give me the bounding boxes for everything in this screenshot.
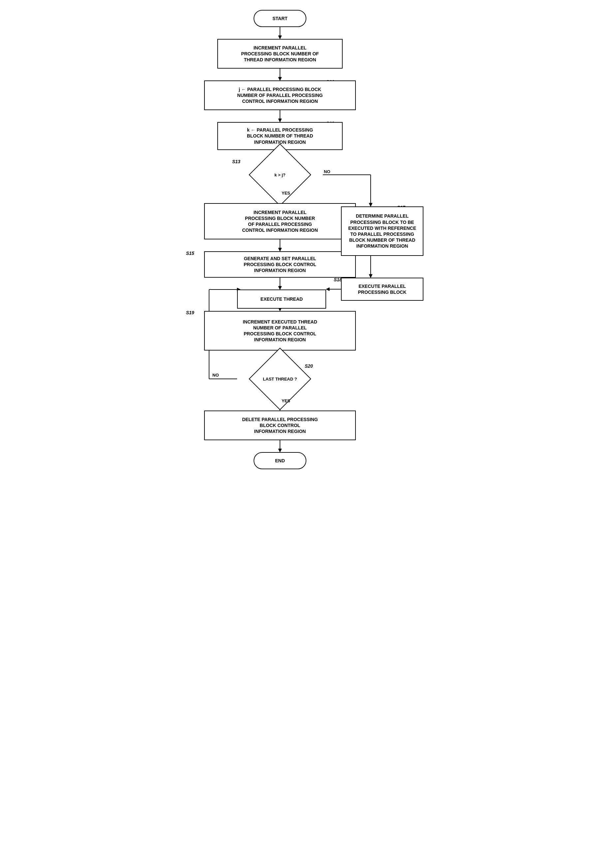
svg-marker-5 bbox=[278, 119, 281, 122]
s15-node: GENERATE AND SET PARALLELPROCESSING BLOC… bbox=[204, 251, 356, 278]
svg-marker-3 bbox=[278, 77, 281, 80]
yes-label-s13: YES bbox=[281, 191, 290, 195]
s16-node: EXECUTE THREAD bbox=[237, 289, 326, 309]
s18-node: EXECUTE PARALLELPROCESSING BLOCK bbox=[341, 278, 424, 301]
s17-node: DETERMINE PARALLELPROCESSING BLOCK TO BE… bbox=[341, 206, 424, 256]
no-label-s13: NO bbox=[324, 169, 330, 174]
svg-marker-32 bbox=[278, 449, 281, 452]
svg-marker-18 bbox=[369, 274, 372, 278]
s21-node: DELETE PARALLEL PROCESSINGBLOCK CONTROLI… bbox=[204, 411, 356, 440]
s14-node: INCREMENT PARALLELPROCESSING BLOCK NUMBE… bbox=[204, 203, 356, 239]
svg-marker-20 bbox=[326, 287, 330, 291]
yes-label-s20: YES bbox=[281, 398, 290, 403]
s13-diamond: k > j? bbox=[253, 158, 306, 191]
s15-label: S15 bbox=[186, 251, 194, 256]
svg-marker-13 bbox=[278, 286, 281, 289]
s11-node: j ← PARALLEL PROCESSING BLOCKNUMBER OF P… bbox=[204, 80, 356, 110]
s20-label: S20 bbox=[305, 363, 313, 369]
s19-node: INCREMENT EXECUTED THREADNUMBER OF PARAL… bbox=[204, 311, 356, 350]
s13-label: S13 bbox=[232, 159, 241, 164]
svg-marker-16 bbox=[369, 203, 372, 206]
no-label-s20: NO bbox=[213, 373, 219, 378]
svg-marker-11 bbox=[278, 248, 281, 251]
s19-label: S19 bbox=[186, 310, 194, 315]
s10-node: INCREMENT PARALLELPROCESSING BLOCK NUMBE… bbox=[217, 39, 342, 69]
end-node: END bbox=[253, 452, 306, 469]
s20-diamond: LAST THREAD ? bbox=[253, 362, 306, 395]
flowchart: START S10 INCREMENT PARALLELPROCESSING B… bbox=[166, 6, 450, 798]
svg-marker-1 bbox=[278, 36, 281, 39]
start-node: START bbox=[253, 10, 306, 27]
